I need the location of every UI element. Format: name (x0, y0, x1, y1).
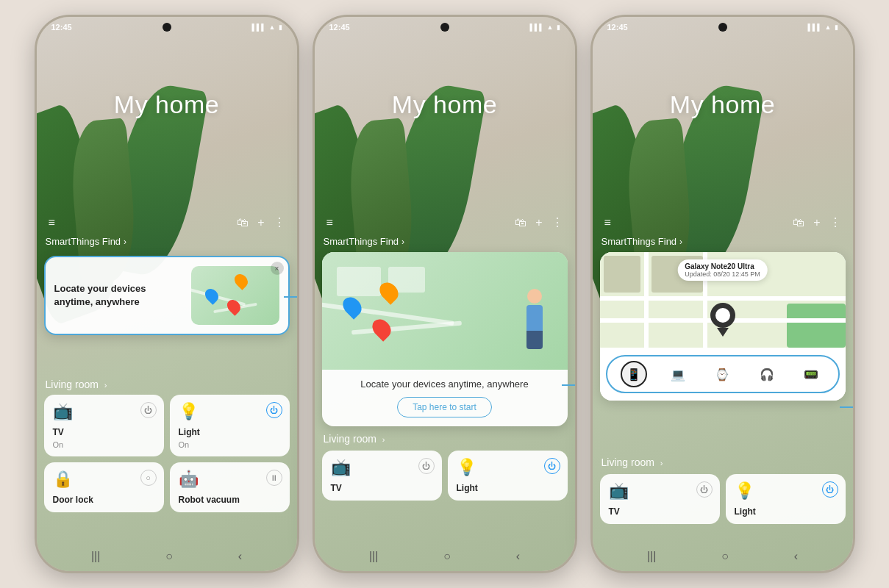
home-title: My home (37, 90, 297, 119)
galaxy-map-area: Galaxy Note20 Ultra Updated: 08/20 12:45… (600, 252, 846, 348)
doorlock-power-button[interactable]: ○ (140, 470, 157, 486)
hamburger-icon-2[interactable]: ≡ (326, 216, 333, 229)
more-icon[interactable]: ⋮ (274, 215, 285, 229)
vacuum-name: Robot vacuum (179, 495, 281, 505)
nav-home-icon[interactable]: ○ (165, 550, 173, 563)
tap-to-start-button[interactable]: Tap here to start (397, 397, 492, 417)
toolbar: ≡ 🛍 + ⋮ (37, 215, 297, 229)
living-room-label[interactable]: Living room › (46, 379, 107, 390)
tv-icon-2: 📺 (331, 458, 433, 477)
tv-power-button-2[interactable]: ⏻ (418, 458, 435, 474)
nav-recent-icon-3[interactable]: ||| (647, 550, 656, 563)
hamburger-icon-3[interactable]: ≡ (604, 216, 611, 229)
smartthings-find-bar-3[interactable]: SmartThings Find › (601, 236, 844, 247)
camera-notch (163, 23, 171, 32)
smartthings-find-bar-2[interactable]: SmartThings Find › (324, 236, 566, 247)
tv-power-button[interactable]: ⏻ (140, 402, 157, 418)
nav-home-icon-3[interactable]: ○ (721, 550, 729, 563)
add-icon-2[interactable]: + (535, 216, 542, 229)
nav-recent-icon-2[interactable]: ||| (369, 550, 378, 563)
device-light-2[interactable]: 💡 ⏻ Light (448, 451, 568, 501)
light-status: On (179, 440, 281, 449)
living-room-label-3[interactable]: Living room › (601, 456, 663, 468)
map-pin-red-p2 (374, 318, 390, 339)
person-figure (516, 289, 553, 362)
light-icon-3: 💡 (735, 481, 837, 501)
tv-name: TV (53, 427, 155, 437)
phone-2-screen: 12:45 ▌▌▌ ▲ ▮ My home ≡ 🛍 + ⋮ SmartThing… (315, 17, 575, 571)
battery-icon: ▮ (279, 24, 282, 31)
strip-other[interactable]: 📟 (798, 361, 824, 387)
light-power-button-3[interactable]: ⏻ (822, 481, 838, 498)
status-time-2: 12:45 (329, 23, 350, 32)
map-pin-orange-p2 (381, 282, 397, 302)
section-chevron-2: › (382, 435, 385, 444)
find-compact-card: × Locate your devices anytime, anywhere (44, 256, 290, 335)
device-tv-2[interactable]: 📺 ⏻ TV (322, 451, 442, 501)
phone-2-frame: 12:45 ▌▌▌ ▲ ▮ My home ≡ 🛍 + ⋮ SmartThing… (313, 15, 577, 573)
vacuum-power-button[interactable]: ⏸ (266, 470, 282, 486)
device-light-3[interactable]: 💡 ⏻ Light (726, 474, 846, 524)
toolbar-3: ≡ 🛍 + ⋮ (593, 215, 853, 229)
nav-back-icon-3[interactable]: ‹ (794, 550, 798, 563)
light-power-button-2[interactable]: ⏻ (544, 458, 560, 474)
status-icons-2: ▌▌▌ ▲ ▮ (529, 24, 560, 31)
light-name-2: Light (457, 483, 559, 493)
strip-buds[interactable]: 🎧 (754, 361, 780, 387)
smartthings-find-bar[interactable]: SmartThings Find › (46, 236, 288, 247)
location-pin-tail (717, 328, 729, 337)
hamburger-icon[interactable]: ≡ (49, 216, 55, 229)
device-light[interactable]: 💡 ⏻ Light On (170, 395, 290, 456)
find-card-title: Locate your devices anytime, anywhere (331, 379, 559, 390)
wifi-icon-2: ▲ (547, 24, 554, 31)
device-strip-container: 📱 💻 ⌚ 🎧 📟 (600, 348, 846, 401)
map-block-1 (337, 267, 381, 296)
wifi-icon-3: ▲ (825, 24, 832, 31)
devices-grid: 📺 ⏻ TV On 💡 ⏻ Light On 🔒 ○ Door lock (44, 395, 290, 512)
person-head (527, 289, 542, 304)
device-tv[interactable]: 📺 ⏻ TV On (44, 395, 164, 456)
signal-icon: ▌▌▌ (251, 24, 265, 31)
add-icon-3[interactable]: + (813, 216, 820, 229)
bag-icon-2[interactable]: 🛍 (515, 216, 526, 229)
status-time-3: 12:45 (607, 23, 628, 32)
tv-icon: 📺 (53, 402, 155, 421)
nav-back-icon-2[interactable]: ‹ (516, 550, 520, 563)
device-tv-3[interactable]: 📺 ⏻ TV (600, 474, 720, 524)
strip-phone[interactable]: 📱 (621, 361, 647, 387)
device-doorlock[interactable]: 🔒 ○ Door lock (44, 462, 164, 512)
living-room-label-2[interactable]: Living room › (324, 433, 385, 445)
strip-watch[interactable]: ⌚ (709, 361, 735, 387)
doorlock-name: Door lock (53, 495, 155, 505)
light-name: Light (179, 427, 281, 437)
park-area (787, 304, 846, 348)
strip-tablet[interactable]: 💻 (665, 361, 691, 387)
camera-notch-3 (718, 23, 727, 32)
devices-grid-2: 📺 ⏻ TV 💡 ⏻ Light (322, 451, 568, 501)
home-title-3: My home (593, 90, 853, 119)
bag-icon[interactable]: 🛍 (237, 216, 249, 229)
device-vacuum[interactable]: 🤖 ⏸ Robot vacuum (170, 462, 290, 512)
battery-icon-2: ▮ (557, 24, 560, 31)
nav-home-icon-2[interactable]: ○ (443, 550, 451, 563)
nav-back-icon[interactable]: ‹ (238, 550, 242, 563)
tv-power-button-3[interactable]: ⏻ (696, 481, 713, 498)
vacuum-icon: 🤖 (179, 470, 281, 489)
connector-line-2 (562, 384, 575, 386)
device-strip: 📱 💻 ⌚ 🎧 📟 (606, 355, 840, 393)
galaxy-device-name: Galaxy Note20 Ultra (685, 262, 760, 270)
light-power-button[interactable]: ⏻ (266, 402, 282, 418)
phone-3-frame: 12:45 ▌▌▌ ▲ ▮ My home ≡ 🛍 + ⋮ SmartThing… (590, 15, 855, 573)
find-bar-label-2: SmartThings Find (324, 236, 399, 247)
bag-icon-3[interactable]: 🛍 (793, 216, 804, 229)
camera-notch-2 (440, 23, 449, 32)
close-button[interactable]: × (271, 262, 284, 275)
add-icon[interactable]: + (257, 216, 264, 229)
more-icon-3[interactable]: ⋮ (829, 215, 841, 229)
location-pin-inner (715, 308, 730, 323)
person-pants (526, 331, 543, 349)
more-icon-2[interactable]: ⋮ (551, 215, 563, 229)
nav-recent-icon[interactable]: ||| (91, 550, 100, 563)
location-pin-circle (710, 303, 735, 328)
tv-name-2: TV (331, 483, 433, 493)
